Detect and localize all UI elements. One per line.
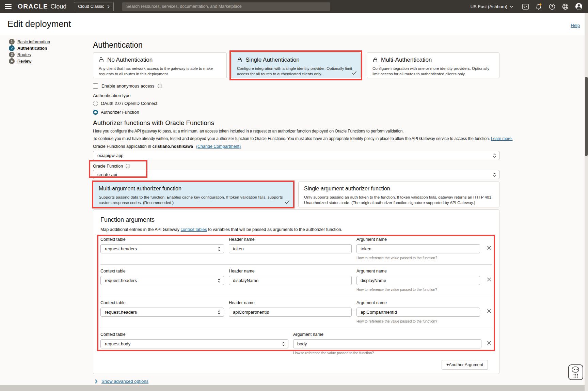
advanced-options-row: Show advanced options [95, 379, 499, 384]
remove-argument-icon[interactable] [486, 340, 492, 347]
selected-check-icon [285, 199, 290, 205]
step-authentication[interactable]: 2 Authentication [9, 45, 50, 51]
select-stepper-icon [493, 153, 496, 159]
authorizer-paragraph-1: Here you configure the API gateway to pa… [93, 129, 499, 134]
functions-application-label: Oracle Functions application in cristian… [93, 144, 499, 150]
oracle-function-label: Oracle Function [93, 164, 123, 169]
card-multi-argument[interactable]: Multi-argument authorizer function Suppo… [93, 182, 293, 207]
remove-argument-icon[interactable] [486, 276, 492, 284]
help-icon[interactable]: ? [545, 3, 559, 10]
authorizer-mode-cards: Multi-argument authorizer function Suppo… [93, 182, 499, 207]
function-arguments-heading: Function arguments [100, 210, 492, 223]
user-avatar[interactable] [572, 3, 585, 10]
context-tables-link[interactable]: context tables [181, 227, 207, 232]
argument-rows: Context table request.headers Header nam… [100, 237, 492, 355]
select-stepper-icon [217, 310, 221, 316]
another-argument-button[interactable]: +Another Argument [442, 360, 488, 370]
context-table-select[interactable]: request.headers [100, 244, 224, 253]
argument-name-input[interactable]: body [293, 339, 481, 348]
card-description: Configure integration with one or more i… [372, 66, 494, 77]
select-value: ociapigw-app [97, 153, 124, 158]
context-table-label: Context table [100, 300, 224, 306]
lock-icon [372, 57, 378, 63]
oracle-cloud-logo[interactable]: ORACLE Cloud [18, 3, 66, 10]
menu-icon[interactable] [5, 3, 12, 10]
context-table-label: Context table [100, 269, 224, 274]
info-icon[interactable]: i [126, 164, 130, 168]
scrollbar-track[interactable] [585, 13, 588, 391]
argument-hint: How to reference the value passed to the… [293, 351, 481, 355]
context-table-label: Context table [100, 237, 224, 243]
scrollbar-thumb[interactable] [585, 77, 588, 156]
region-selector[interactable]: US East (Ashburn) [471, 4, 513, 9]
header-name-input[interactable]: displayName [229, 276, 352, 285]
context-table-select[interactable]: request.headers [100, 308, 224, 317]
authorizer-paragraph-2: To continue you must have already writte… [93, 136, 499, 141]
card-description: Only supports passing an auth token to t… [304, 194, 494, 205]
context-table-select[interactable]: request.body [100, 339, 288, 348]
step-review[interactable]: 4 Review [9, 58, 50, 64]
change-compartment-link[interactable]: (Change Compartment) [196, 144, 241, 149]
radio-authorizer-function[interactable]: Authorizer Function [93, 110, 499, 115]
card-single-argument[interactable]: Single argument authorizer function Only… [298, 182, 499, 207]
card-single-authentication[interactable]: Single Authentication Configure integrat… [231, 52, 361, 78]
cloud-classic-button[interactable]: Cloud Classic [74, 2, 113, 11]
header-name-input[interactable]: apiCompartmentId [229, 308, 352, 317]
globe-icon[interactable] [559, 3, 572, 10]
card-multi-authentication[interactable]: Multi-Authentication Configure integrati… [367, 52, 499, 78]
argument-name-input[interactable]: displayName [356, 276, 480, 285]
card-description: Configure integration with a single iden… [237, 66, 355, 77]
argument-name-input[interactable]: apiCompartmentId [356, 308, 480, 317]
card-title: Single argument authorizer function [304, 186, 494, 192]
cloud-classic-label: Cloud Classic [78, 4, 104, 9]
wizard-steps: 1 Basic information 2 Authentication 3 R… [9, 39, 50, 65]
radio-oauth[interactable]: OAuth 2.0 / OpenID Connect [93, 101, 499, 106]
step-label: Routes [17, 52, 31, 57]
step-label: Authentication [17, 46, 47, 51]
argument-name-label: Argument name [356, 300, 480, 306]
card-description: Supports passing data to the function. E… [99, 194, 288, 205]
step-circle: 4 [9, 58, 15, 64]
step-label: Basic information [17, 40, 50, 44]
context-table-select[interactable]: request.headers [100, 276, 224, 285]
step-basic-information[interactable]: 1 Basic information [9, 39, 50, 45]
chevron-right-icon [95, 379, 98, 384]
help-link[interactable]: Help [571, 23, 580, 28]
argument-hint: How to reference the value passed to the… [356, 287, 480, 292]
argument-name-input[interactable]: token [356, 244, 480, 253]
header-name-label: Header name [229, 300, 352, 306]
card-title: Multi-argument authorizer function [99, 186, 288, 192]
selected-check-icon [352, 70, 357, 76]
argument-row: Context table request.headers Header nam… [100, 237, 492, 260]
header-name-label: Header name [229, 269, 352, 274]
main-panel: Authentication No Authentication Any cli… [93, 35, 499, 384]
remove-argument-icon[interactable] [486, 308, 492, 315]
authentication-type-label: Authentication type [93, 93, 499, 98]
info-icon[interactable]: i [158, 84, 162, 88]
step-circle: 3 [9, 52, 15, 58]
brand-cloud: Cloud [50, 3, 66, 10]
argument-hint: How to reference the value passed to the… [356, 319, 480, 324]
learn-more-link[interactable]: Learn more. [491, 136, 513, 141]
cloud-shell-icon[interactable] [519, 4, 532, 10]
row-divider [100, 328, 492, 328]
card-no-authentication[interactable]: No Authentication Any client that has ne… [93, 52, 227, 78]
region-label: US East (Ashburn) [471, 4, 507, 9]
bottom-strip [0, 385, 585, 391]
robot-icon [571, 366, 581, 378]
anonymous-access-checkbox[interactable] [93, 83, 98, 89]
show-advanced-options-link[interactable]: Show advanced options [101, 379, 148, 384]
notifications-bell-icon[interactable] [532, 3, 545, 10]
argument-hint: How to reference the value passed to the… [356, 256, 480, 260]
step-routes[interactable]: 3 Routes [9, 52, 50, 58]
oracle-function-select[interactable]: create-api [93, 170, 499, 179]
functions-application-select[interactable]: ociapigw-app [93, 151, 499, 160]
remove-argument-icon[interactable] [486, 245, 492, 252]
row-divider [100, 264, 492, 265]
argument-row: Context table request.headers Header nam… [100, 300, 492, 324]
function-arguments-card: Function arguments Map additional entrie… [93, 209, 499, 374]
header-name-input[interactable]: token [229, 244, 352, 253]
assistant-widget[interactable] [568, 364, 583, 380]
page-header: Edit deployment Help [0, 13, 588, 35]
global-search-input[interactable] [122, 2, 330, 11]
